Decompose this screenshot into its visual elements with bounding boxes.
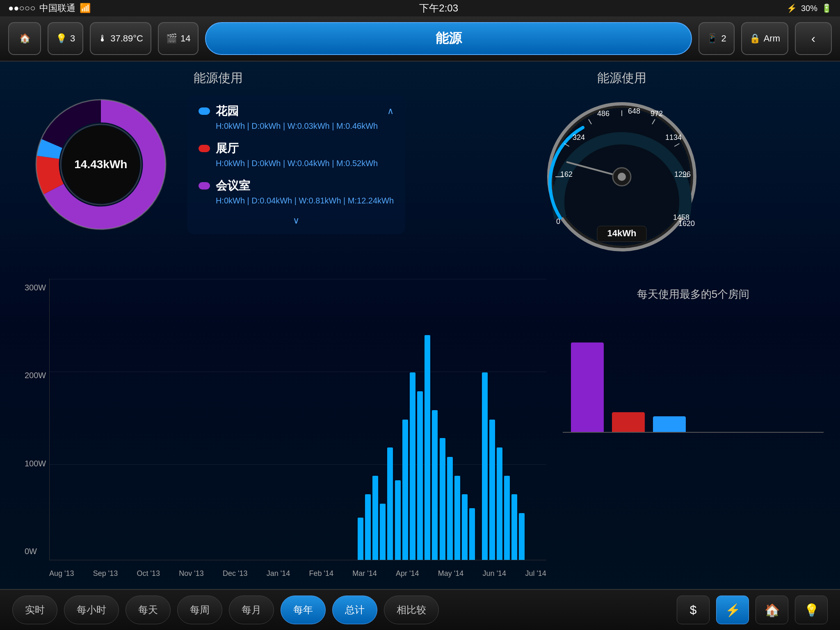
donut-center-value: 14.43kWh [74,158,127,171]
legend-name-conference: 会议室 [216,178,250,194]
tab-total[interactable]: 总计 [332,596,377,624]
time-bar [497,447,502,560]
arm-button[interactable]: 🔒 Arm [741,22,788,55]
legend-header-garden: 花园 ∧ [199,103,394,119]
energy-label: 能源 [436,30,462,48]
legend-header-showroom: 展厅 [199,141,394,156]
legend-name-garden: 花园 [216,103,239,119]
left-panel-title: 能源使用 [25,70,412,87]
tab-monthly[interactable]: 每月 [229,596,274,624]
chart-inner [49,279,546,560]
svg-text:1296: 1296 [674,170,691,178]
time-bar [440,438,445,560]
tab-realtime[interactable]: 实时 [12,596,57,624]
bar-chart-baseline [563,432,824,433]
left-panel: 能源使用 [25,70,412,267]
light-count: 3 [70,33,75,44]
legend-expand-button[interactable]: ∨ [199,215,394,226]
wifi-icon: 📶 [80,3,91,14]
gauge-svg: 0 162 324 486 648 972 1134 1296 1458 162… [544,99,700,255]
x-oct13: Oct '13 [137,569,160,578]
svg-text:324: 324 [573,133,585,142]
legend-values-conference: H:0kWh | D:0.04kWh | W:0.81kWh | M:12.24… [216,196,394,205]
tab-daily[interactable]: 每天 [126,596,171,624]
time-bar [482,372,488,560]
scene-button[interactable]: 🎬 14 [158,22,199,55]
time-bar [447,457,453,560]
bulb-footer-button[interactable]: 💡 [795,596,828,624]
time-bar [504,476,510,560]
expand-icon-garden[interactable]: ∧ [387,106,394,116]
time-bar [372,476,378,560]
time-bar [425,335,430,560]
legend-values-garden: H:0kWh | D:0kWh | W:0.03kWh | M:0.46kWh [216,121,394,131]
bar-chart-bars [563,310,686,433]
time-bar [417,391,423,560]
top-section: 能源使用 [0,62,840,275]
tab-hourly[interactable]: 每小时 [64,596,119,624]
scene-icon: 🎬 [166,33,177,44]
time-bar [462,494,468,560]
svg-text:1134: 1134 [665,133,682,142]
status-left: ●●○○○ 中国联通 📶 [8,2,91,14]
temp-value: 37.89°C [110,33,143,44]
x-sep13: Sep '13 [93,569,118,578]
legend-item-garden: 花园 ∧ H:0kWh | D:0kWh | W:0.03kWh | M:0.4… [199,103,394,131]
svg-text:0: 0 [556,217,560,226]
home-footer-button[interactable]: 🏠 [756,596,788,624]
time-bar [489,420,495,560]
dollar-button[interactable]: $ [677,596,710,624]
svg-text:1620: 1620 [678,219,695,228]
top-nav: 🏠 💡 3 🌡 37.89°C 🎬 14 能源 📱 2 🔒 Arm ‹ [0,16,840,62]
status-time: 下午2:03 [419,2,458,15]
time-series-chart: 300W 200W 100W 0W Aug '13 Sep '13 Oct '1… [25,279,546,585]
time-bar [380,504,386,560]
donut-chart: 14.43kWh [31,95,171,234]
temperature-button[interactable]: 🌡 37.89°C [90,22,151,55]
bar-chart-inner [563,310,824,433]
chevron-down-icon: ∨ [293,215,299,226]
bar-blue [653,416,686,433]
time-bar [358,518,363,560]
energy-button[interactable]: 能源 [205,22,692,55]
arm-label: Arm [764,33,780,44]
x-apr14: Apr '14 [396,569,419,578]
y-label-300: 300W [25,283,46,292]
device-count: 2 [721,33,726,44]
gauge-chart: 0 162 324 486 648 972 1134 1296 1458 162… [544,99,700,255]
lightning-button[interactable]: ⚡ [716,596,749,624]
svg-point-30 [618,173,626,181]
tab-compare[interactable]: 相比较 [384,596,439,624]
time-bar [432,410,438,560]
time-bar [365,494,371,560]
x-dec13: Dec '13 [223,569,247,578]
lights-button[interactable]: 💡 3 [48,22,83,55]
svg-text:972: 972 [651,110,663,118]
time-bar [395,480,401,560]
right-panel-title: 能源使用 [428,70,815,87]
legend-dot-conference [199,182,210,189]
y-label-200: 200W [25,371,46,380]
time-bar [387,447,393,560]
bluetooth-icon: ⚡ [787,3,797,13]
time-bar [402,420,408,560]
temp-icon: 🌡 [98,33,107,44]
legend-container: 花园 ∧ H:0kWh | D:0kWh | W:0.03kWh | M:0.4… [187,95,405,234]
bar-chart-title: 每天使用最多的5个房间 [637,287,749,301]
main-content: 能源使用 [0,62,840,589]
home-icon: 🏠 [19,33,30,44]
carrier: 中国联通 [39,2,75,14]
home-button[interactable]: 🏠 [8,22,41,55]
chart-x-labels: Aug '13 Sep '13 Oct '13 Nov '13 Dec '13 … [49,562,546,585]
right-panel: 能源使用 [428,70,815,267]
back-button[interactable]: ‹ [795,22,832,55]
device-button[interactable]: 📱 2 [698,22,734,55]
x-feb14: Feb '14 [309,569,333,578]
time-bar [469,508,475,560]
light-icon: 💡 [56,33,67,44]
scene-count: 14 [180,33,190,44]
tab-yearly[interactable]: 每年 [281,596,326,624]
x-may14: May '14 [438,569,463,578]
time-bar [454,476,460,560]
tab-weekly[interactable]: 每周 [177,596,222,624]
